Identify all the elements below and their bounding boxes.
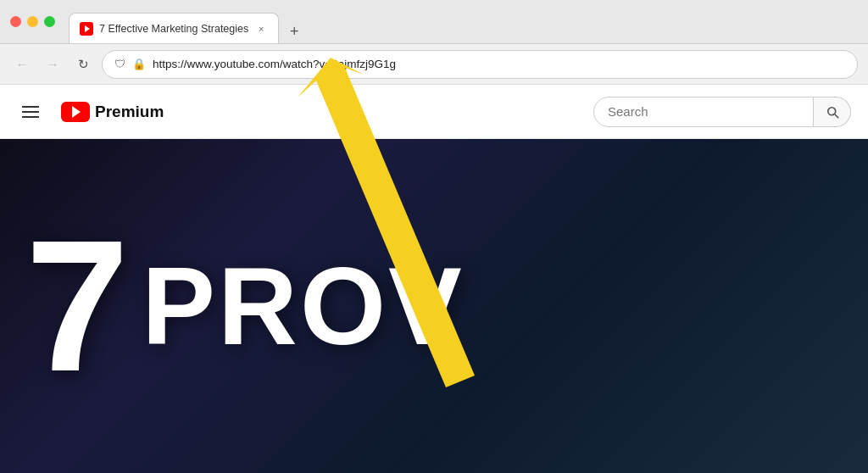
hamburger-line-1	[22, 106, 39, 108]
navigation-bar: ← → ↻ 🛡 🔒 https://www.youtube.com/watch?…	[0, 44, 868, 85]
tab-title: 7 Effective Marketing Strategies	[99, 23, 248, 35]
url-display: https://www.youtube.com/watch?v=4ajmfzj9…	[153, 58, 845, 70]
close-button[interactable]	[10, 16, 21, 27]
hamburger-line-2	[22, 111, 39, 113]
new-tab-button[interactable]: +	[282, 19, 306, 43]
thumbnail-number: 7	[25, 213, 125, 399]
search-icon	[825, 104, 840, 120]
maximize-button[interactable]	[44, 16, 55, 27]
shield-icon: 🛡	[114, 58, 125, 70]
search-button[interactable]	[814, 97, 851, 127]
tab-close-button[interactable]: ×	[254, 22, 268, 36]
search-input[interactable]	[593, 97, 814, 127]
youtube-wordmark: Premium	[95, 103, 164, 121]
minimize-button[interactable]	[27, 16, 38, 27]
tabs-area: 7 Effective Marketing Strategies × +	[69, 0, 858, 43]
window-controls	[10, 16, 55, 27]
refresh-button[interactable]: ↻	[71, 53, 95, 76]
video-thumbnail: 7 PROV	[0, 139, 868, 473]
hamburger-menu-button[interactable]	[17, 101, 44, 123]
back-button[interactable]: ←	[10, 53, 34, 76]
tab-favicon-icon	[80, 22, 93, 36]
lock-icon: 🔒	[132, 58, 146, 70]
address-bar[interactable]: 🛡 🔒 https://www.youtube.com/watch?v=4ajm…	[102, 50, 858, 79]
forward-button[interactable]: →	[41, 53, 64, 76]
hamburger-line-3	[22, 116, 39, 118]
active-tab[interactable]: 7 Effective Marketing Strategies ×	[69, 13, 279, 43]
video-area[interactable]: 7 PROV	[0, 139, 868, 473]
thumbnail-text: PROV	[142, 251, 464, 361]
play-triangle-icon	[72, 106, 81, 118]
youtube-logo[interactable]: Premium	[61, 102, 164, 122]
youtube-icon	[61, 102, 90, 122]
search-container	[593, 97, 851, 127]
youtube-header: Premium	[0, 85, 868, 139]
title-bar: 7 Effective Marketing Strategies × +	[0, 0, 868, 44]
